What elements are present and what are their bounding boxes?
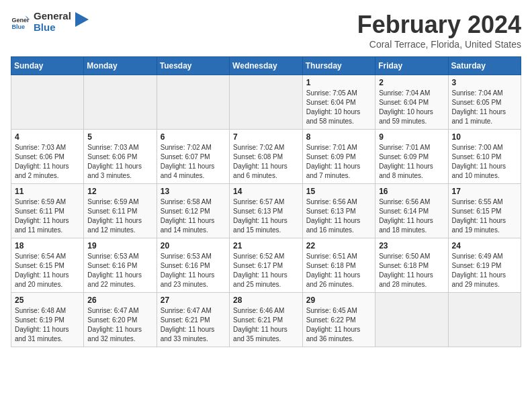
- calendar-week-row: 1Sunrise: 7:05 AM Sunset: 6:04 PM Daylig…: [11, 75, 521, 130]
- day-info: Sunrise: 7:04 AM Sunset: 6:05 PM Dayligh…: [452, 89, 518, 126]
- calendar-day-cell: [448, 293, 521, 347]
- day-number: 13: [161, 187, 226, 196]
- day-number: 17: [452, 187, 518, 196]
- day-info: Sunrise: 7:01 AM Sunset: 6:09 PM Dayligh…: [306, 143, 371, 181]
- calendar-day-cell: 16Sunrise: 6:56 AM Sunset: 6:14 PM Dayli…: [375, 184, 448, 238]
- calendar-table: SundayMondayTuesdayWednesdayThursdayFrid…: [11, 56, 521, 347]
- calendar-day-cell: 17Sunrise: 6:55 AM Sunset: 6:15 PM Dayli…: [448, 184, 521, 238]
- day-number: 28: [233, 295, 299, 305]
- title-block: February 2024 Coral Terrace, Florida, Un…: [357, 11, 521, 50]
- day-number: 24: [452, 241, 518, 250]
- day-number: 1: [306, 78, 371, 87]
- calendar-day-cell: 2Sunrise: 7:04 AM Sunset: 6:04 PM Daylig…: [375, 75, 448, 130]
- calendar-day-cell: 4Sunrise: 7:03 AM Sunset: 6:06 PM Daylig…: [11, 130, 84, 184]
- day-number: 15: [306, 187, 371, 196]
- day-info: Sunrise: 6:53 AM Sunset: 6:16 PM Dayligh…: [87, 252, 152, 289]
- calendar-day-cell: [84, 75, 157, 130]
- svg-text:General: General: [11, 17, 30, 24]
- day-info: Sunrise: 6:59 AM Sunset: 6:11 PM Dayligh…: [87, 197, 152, 235]
- calendar-day-cell: 9Sunrise: 7:01 AM Sunset: 6:09 PM Daylig…: [375, 130, 448, 184]
- calendar-day-cell: [375, 293, 448, 347]
- day-info: Sunrise: 6:45 AM Sunset: 6:22 PM Dayligh…: [306, 306, 371, 344]
- calendar-day-cell: 1Sunrise: 7:05 AM Sunset: 6:04 PM Daylig…: [302, 75, 375, 130]
- calendar-week-row: 4Sunrise: 7:03 AM Sunset: 6:06 PM Daylig…: [11, 130, 521, 184]
- day-number: 26: [87, 295, 152, 305]
- day-number: 8: [306, 132, 371, 142]
- calendar-day-cell: [157, 75, 229, 130]
- weekday-header-friday: Friday: [375, 57, 448, 75]
- weekday-header-tuesday: Tuesday: [157, 57, 229, 75]
- day-number: 6: [161, 132, 226, 142]
- day-info: Sunrise: 6:55 AM Sunset: 6:15 PM Dayligh…: [452, 197, 518, 235]
- logo-triangle-icon: [75, 12, 89, 27]
- day-number: 27: [161, 295, 226, 305]
- calendar-day-cell: 15Sunrise: 6:56 AM Sunset: 6:13 PM Dayli…: [302, 184, 375, 238]
- svg-text:Blue: Blue: [11, 23, 25, 30]
- day-info: Sunrise: 6:58 AM Sunset: 6:12 PM Dayligh…: [161, 197, 226, 235]
- day-info: Sunrise: 7:01 AM Sunset: 6:09 PM Dayligh…: [379, 143, 444, 181]
- day-info: Sunrise: 6:59 AM Sunset: 6:11 PM Dayligh…: [15, 197, 80, 235]
- day-info: Sunrise: 7:04 AM Sunset: 6:04 PM Dayligh…: [379, 89, 444, 126]
- day-number: 21: [233, 241, 299, 250]
- day-info: Sunrise: 7:05 AM Sunset: 6:04 PM Dayligh…: [306, 89, 371, 126]
- calendar-day-cell: 21Sunrise: 6:52 AM Sunset: 6:17 PM Dayli…: [230, 238, 303, 293]
- day-info: Sunrise: 6:56 AM Sunset: 6:13 PM Dayligh…: [306, 197, 371, 235]
- logo-general: General: [34, 11, 71, 22]
- calendar-day-cell: 7Sunrise: 7:02 AM Sunset: 6:08 PM Daylig…: [230, 130, 303, 184]
- calendar-day-cell: [230, 75, 303, 130]
- day-number: 9: [379, 132, 444, 142]
- calendar-day-cell: 19Sunrise: 6:53 AM Sunset: 6:16 PM Dayli…: [84, 238, 157, 293]
- calendar-day-cell: [11, 75, 84, 130]
- day-number: 2: [379, 78, 444, 87]
- day-info: Sunrise: 7:03 AM Sunset: 6:06 PM Dayligh…: [87, 143, 152, 181]
- weekday-header-thursday: Thursday: [302, 57, 375, 75]
- svg-marker-4: [75, 12, 89, 27]
- calendar-day-cell: 5Sunrise: 7:03 AM Sunset: 6:06 PM Daylig…: [84, 130, 157, 184]
- calendar-week-row: 18Sunrise: 6:54 AM Sunset: 6:15 PM Dayli…: [11, 238, 521, 293]
- day-info: Sunrise: 6:49 AM Sunset: 6:19 PM Dayligh…: [452, 252, 518, 289]
- month-title: February 2024: [357, 11, 521, 39]
- day-info: Sunrise: 6:47 AM Sunset: 6:21 PM Dayligh…: [161, 306, 226, 344]
- logo-icon: General Blue: [11, 13, 30, 32]
- day-number: 14: [233, 187, 299, 196]
- calendar-header-row: SundayMondayTuesdayWednesdayThursdayFrid…: [11, 57, 521, 75]
- logo-blue: Blue: [34, 22, 71, 34]
- day-number: 18: [15, 241, 80, 250]
- day-number: 12: [87, 187, 152, 196]
- day-number: 5: [87, 132, 152, 142]
- weekday-header-wednesday: Wednesday: [230, 57, 303, 75]
- calendar-day-cell: 20Sunrise: 6:53 AM Sunset: 6:16 PM Dayli…: [157, 238, 229, 293]
- day-info: Sunrise: 6:52 AM Sunset: 6:17 PM Dayligh…: [233, 252, 299, 289]
- calendar-day-cell: 24Sunrise: 6:49 AM Sunset: 6:19 PM Dayli…: [448, 238, 521, 293]
- calendar-day-cell: 12Sunrise: 6:59 AM Sunset: 6:11 PM Dayli…: [84, 184, 157, 238]
- calendar-day-cell: 14Sunrise: 6:57 AM Sunset: 6:13 PM Dayli…: [230, 184, 303, 238]
- calendar-day-cell: 27Sunrise: 6:47 AM Sunset: 6:21 PM Dayli…: [157, 293, 229, 347]
- calendar-week-row: 11Sunrise: 6:59 AM Sunset: 6:11 PM Dayli…: [11, 184, 521, 238]
- day-number: 4: [15, 132, 80, 142]
- day-number: 3: [452, 78, 518, 87]
- day-info: Sunrise: 7:03 AM Sunset: 6:06 PM Dayligh…: [15, 143, 80, 181]
- day-number: 20: [161, 241, 226, 250]
- calendar-day-cell: 8Sunrise: 7:01 AM Sunset: 6:09 PM Daylig…: [302, 130, 375, 184]
- day-info: Sunrise: 7:02 AM Sunset: 6:07 PM Dayligh…: [161, 143, 226, 181]
- day-number: 23: [379, 241, 444, 250]
- day-number: 29: [306, 295, 371, 305]
- calendar-day-cell: 29Sunrise: 6:45 AM Sunset: 6:22 PM Dayli…: [302, 293, 375, 347]
- weekday-header-saturday: Saturday: [448, 57, 521, 75]
- calendar-week-row: 25Sunrise: 6:48 AM Sunset: 6:19 PM Dayli…: [11, 293, 521, 347]
- calendar-day-cell: 18Sunrise: 6:54 AM Sunset: 6:15 PM Dayli…: [11, 238, 84, 293]
- day-info: Sunrise: 7:02 AM Sunset: 6:08 PM Dayligh…: [233, 143, 299, 181]
- day-info: Sunrise: 6:51 AM Sunset: 6:18 PM Dayligh…: [306, 252, 371, 289]
- calendar-day-cell: 11Sunrise: 6:59 AM Sunset: 6:11 PM Dayli…: [11, 184, 84, 238]
- calendar-day-cell: 26Sunrise: 6:47 AM Sunset: 6:20 PM Dayli…: [84, 293, 157, 347]
- page-header: General Blue General Blue February 2024 …: [11, 11, 521, 50]
- logo: General Blue General Blue: [11, 11, 89, 33]
- calendar-day-cell: 13Sunrise: 6:58 AM Sunset: 6:12 PM Dayli…: [157, 184, 229, 238]
- calendar-day-cell: 25Sunrise: 6:48 AM Sunset: 6:19 PM Dayli…: [11, 293, 84, 347]
- calendar-day-cell: 23Sunrise: 6:50 AM Sunset: 6:18 PM Dayli…: [375, 238, 448, 293]
- day-info: Sunrise: 6:54 AM Sunset: 6:15 PM Dayligh…: [15, 252, 80, 289]
- location-subtitle: Coral Terrace, Florida, United States: [357, 39, 521, 50]
- day-info: Sunrise: 6:53 AM Sunset: 6:16 PM Dayligh…: [161, 252, 226, 289]
- calendar-day-cell: 28Sunrise: 6:46 AM Sunset: 6:21 PM Dayli…: [230, 293, 303, 347]
- day-number: 22: [306, 241, 371, 250]
